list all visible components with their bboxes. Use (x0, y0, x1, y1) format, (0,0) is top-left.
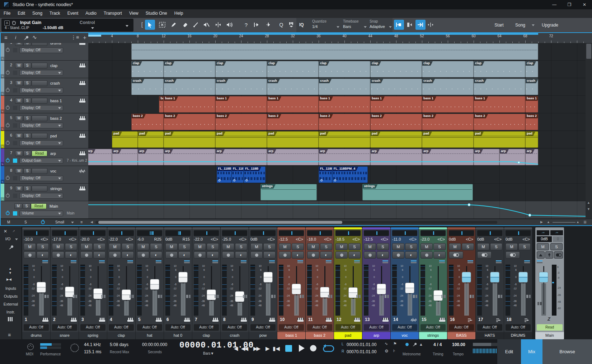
upgrade-button[interactable]: Upgrade (537, 18, 563, 32)
mono-button[interactable]: ◐ (37, 251, 49, 259)
sidebar-item-external[interactable]: External (0, 302, 22, 306)
clip-gear-icon[interactable]: ⚙ (334, 179, 337, 182)
pan-value[interactable]: <C> (381, 237, 388, 241)
mute-button[interactable]: M (15, 115, 23, 121)
maximize-button[interactable]: ❐ (562, 0, 577, 9)
insert-slot-icon[interactable] (101, 295, 103, 298)
channel-mute-button[interactable]: M (506, 243, 518, 250)
channel-strip-clap[interactable]: -22.0<C>MS◐1060-6-12-24-36-484Auto: Offc… (107, 227, 135, 339)
stop-button[interactable] (285, 345, 292, 352)
channel-name[interactable]: clap (107, 332, 135, 339)
channel-name[interactable]: crash (221, 332, 249, 339)
play-button[interactable] (299, 345, 305, 352)
automation-mode-button[interactable]: Auto: Off (477, 324, 502, 331)
clip-crash[interactable]: crash (267, 79, 319, 95)
pan-control[interactable] (24, 230, 49, 236)
stereo-link-button[interactable] (449, 251, 463, 259)
expand-icon[interactable] (42, 260, 48, 264)
clip-bass-1[interactable]: bass 1 (159, 96, 164, 113)
automation-read-button[interactable] (32, 43, 47, 46)
mute-button[interactable]: M (15, 133, 23, 139)
bend-tool[interactable] (213, 20, 223, 30)
automation-toggle-icon[interactable]: ∿ (1, 127, 4, 131)
scroll-down-icon[interactable]: ▼ (587, 207, 590, 211)
main-insert-slot2-icon[interactable] (540, 302, 542, 305)
channel-strip-strings[interactable]: -23.0<C>MS◐1060-6-12-24-36-4815Auto: Off… (419, 227, 447, 339)
pan-control[interactable] (335, 230, 361, 236)
clip-gear-icon[interactable]: ⚙ (218, 179, 221, 182)
menu-item-studio-one[interactable]: Studio One (142, 9, 171, 18)
track-lane-9[interactable] (88, 201, 586, 219)
channel-solo-button[interactable]: S (462, 243, 474, 250)
mix-mode-button[interactable]: Mix (521, 339, 542, 364)
track-lanes[interactable]: clapclapclapclapclapclapclapclapclapcras… (88, 43, 586, 219)
expand-icon[interactable] (156, 260, 161, 264)
mono-button[interactable]: ◐ (292, 251, 304, 259)
volume-value[interactable]: -18.0 (307, 237, 321, 241)
clip-bass-2[interactable]: bass 2 (422, 114, 474, 130)
sidebar-item-inputs[interactable]: Inputs (0, 286, 22, 290)
autoscroll-icon[interactable] (394, 20, 404, 30)
channel-name[interactable]: bass 1 (277, 332, 305, 339)
track-header-pad[interactable]: 6MSpadDisplay: Off∿ (1, 131, 88, 148)
clip-bass-1[interactable]: bass 1 (215, 96, 267, 113)
settings-gear-icon[interactable]: ⚙ (385, 349, 389, 354)
insert-slot2-icon[interactable] (387, 295, 389, 298)
pan-control[interactable] (165, 230, 191, 236)
clip-clap[interactable]: clap (164, 61, 215, 77)
channel-mute-button[interactable]: M (165, 243, 178, 250)
channel-solo-button[interactable]: S (348, 243, 361, 250)
clip-bass-1[interactable]: bass 1 (164, 96, 215, 113)
channel-mute-button[interactable]: M (52, 243, 64, 250)
iq-button[interactable]: IQ (299, 22, 304, 27)
main-solo-button[interactable]: S (550, 243, 563, 250)
track-display-select[interactable]: Output Gain (19, 158, 63, 164)
automation-mode-button[interactable]: Auto: Off (364, 324, 389, 331)
pan-control[interactable] (420, 230, 446, 236)
channel-name[interactable]: pad (334, 332, 362, 339)
zoom-out-icon[interactable]: ▲ (547, 220, 550, 224)
solo-button[interactable]: S (23, 133, 31, 139)
hscroll-thumb[interactable] (98, 221, 342, 224)
channel-mute-button[interactable]: M (80, 243, 93, 250)
expand-icon[interactable] (524, 260, 530, 264)
volume-value[interactable]: -12.5 (279, 237, 293, 241)
clip-clap[interactable]: clap (370, 61, 422, 77)
channel-strip-drums[interactable]: -10.0<C>MS◐1060-6-12-24-36-481Auto: Offd… (22, 227, 50, 339)
mono-button[interactable]: ◐ (178, 251, 191, 259)
insert-slot2-icon[interactable] (75, 295, 77, 298)
channel-mute-button[interactable]: M (250, 243, 263, 250)
track-power-icon[interactable] (6, 123, 10, 127)
clip-strings[interactable]: strings (362, 184, 473, 200)
clip-bass-2[interactable]: bass 2 (164, 114, 215, 130)
clip-arp[interactable]: arp (112, 149, 138, 165)
insert-slot2-icon[interactable] (359, 295, 361, 298)
track-display-select[interactable]: Display: Off (19, 193, 63, 199)
solo-button[interactable]: S (23, 168, 31, 174)
insert-slot-icon[interactable] (215, 295, 216, 298)
browse-mode-button[interactable]: Browse (542, 339, 592, 364)
banks-icon[interactable] (8, 317, 14, 321)
channel-name[interactable]: DRUMS (504, 332, 532, 339)
channel-strip-hats[interactable]: 0dB<C>MS1060-6-12-24-36-4817Auto: OffHAT… (476, 227, 504, 339)
pan-value[interactable]: <C> (126, 237, 133, 241)
channel-solo-button[interactable]: S (178, 243, 191, 250)
channel-solo-button[interactable]: S (93, 243, 105, 250)
pan-control[interactable] (222, 230, 247, 236)
solo-button[interactable]: S (23, 186, 31, 192)
footer-mute-button[interactable]: M (7, 220, 10, 224)
mixer-wrench-icon[interactable] (8, 245, 14, 250)
mono-button[interactable]: ◐ (320, 251, 332, 259)
mute-button[interactable]: M (15, 186, 23, 192)
insert-slot-icon[interactable] (441, 295, 443, 298)
fader-thumb[interactable] (150, 279, 159, 290)
pan-value[interactable]: <C> (437, 237, 445, 241)
display-caret-icon[interactable] (58, 178, 61, 179)
channel-name[interactable]: bass 2 (306, 332, 334, 339)
clip-pad[interactable]: pad (422, 131, 474, 148)
insert-slot-icon[interactable] (328, 295, 330, 298)
clip-clap[interactable]: clap (525, 61, 538, 77)
insert-slot2-icon[interactable] (104, 295, 105, 298)
track-display-select[interactable]: Display: Off (19, 140, 63, 146)
track-power-icon[interactable] (6, 88, 10, 92)
